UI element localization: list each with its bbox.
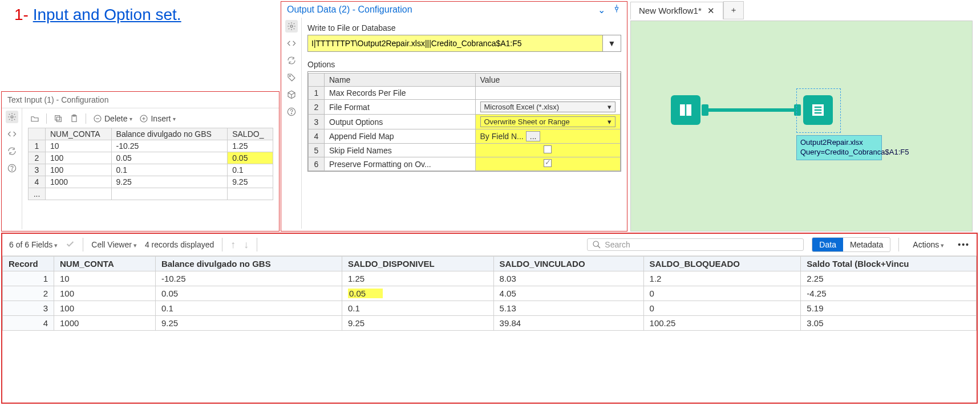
table-row[interactable]: 4 1000 9.25 9.25 — [29, 176, 273, 188]
cell[interactable]: 10 — [54, 271, 156, 286]
cell[interactable]: 100 — [54, 301, 156, 316]
table-row[interactable]: 1 10 -10.25 1.25 8.03 1.2 2.25 — [3, 271, 977, 286]
col-header[interactable]: Balance divulgado no GBS — [111, 128, 228, 140]
cell[interactable]: 100 — [46, 164, 112, 176]
cell[interactable]: 0 — [643, 286, 801, 301]
cell[interactable]: 4.05 — [493, 286, 643, 301]
cell[interactable]: 8.03 — [493, 271, 643, 286]
cell[interactable] — [46, 188, 112, 200]
option-value[interactable]: By Field N...... — [475, 129, 621, 144]
delete-button[interactable]: Delete▾ — [91, 113, 135, 124]
gear-icon[interactable] — [285, 20, 298, 33]
cell[interactable]: 0.05 — [155, 286, 342, 301]
arrow-up-icon[interactable]: ↑ — [230, 239, 236, 251]
cell[interactable]: 0 — [643, 301, 801, 316]
table-row[interactable]: 2 100 0.05 0.05 4.05 0 -4.25 — [3, 286, 977, 301]
col-header[interactable]: NUM_CONTA — [54, 257, 156, 271]
cell[interactable]: 5.19 — [801, 301, 977, 316]
cell[interactable]: 0.05 — [111, 152, 228, 164]
cell[interactable]: 0.05 — [342, 286, 494, 301]
cell[interactable]: 0.05 — [228, 152, 273, 164]
cell[interactable]: 0.1 — [342, 301, 494, 316]
gear-icon[interactable] — [6, 111, 18, 123]
data-tab[interactable]: Data — [812, 238, 843, 251]
cell[interactable]: 100.25 — [643, 316, 801, 331]
option-value[interactable]: Microsoft Excel (*.xlsx)▾ — [475, 100, 621, 115]
search-input[interactable]: Search — [587, 238, 804, 251]
cell[interactable]: 9.25 — [111, 176, 228, 188]
col-header[interactable]: NUM_CONTA — [46, 128, 112, 140]
arrow-down-icon[interactable]: ↓ — [244, 239, 249, 251]
output-data-tool-node[interactable] — [803, 95, 833, 125]
table-row[interactable]: 2 100 0.05 0.05 — [29, 152, 273, 164]
cell[interactable]: -10.25 — [111, 140, 228, 152]
option-value[interactable] — [475, 87, 621, 100]
chevron-down-icon[interactable]: ⌄ — [598, 5, 605, 15]
more-icon[interactable]: ••• — [958, 240, 970, 249]
cell[interactable]: 0.1 — [155, 301, 342, 316]
tool-connector[interactable] — [708, 108, 794, 112]
cell[interactable] — [228, 188, 273, 200]
col-header[interactable]: SALDO_BLOQUEADO — [643, 257, 801, 271]
cell[interactable]: 0.1 — [111, 164, 228, 176]
workflow-canvas[interactable]: Output2Repair.xlsx Query=Credito_Cobranc… — [630, 21, 973, 232]
refresh-icon[interactable] — [285, 54, 298, 67]
col-header[interactable]: Saldo Total (Block+Vincu — [801, 257, 977, 271]
code-icon[interactable] — [6, 128, 18, 140]
insert-button[interactable]: Insert▾ — [137, 113, 178, 124]
paste-icon[interactable] — [67, 113, 81, 124]
check-icon[interactable] — [66, 239, 75, 250]
cell[interactable]: 9.25 — [155, 316, 342, 331]
cube-icon[interactable] — [285, 88, 298, 101]
metadata-tab[interactable]: Metadata — [843, 238, 890, 251]
copy-icon[interactable] — [51, 113, 65, 124]
file-path-dropdown[interactable]: ▼ — [603, 35, 621, 52]
fields-selector[interactable]: 6 of 6 Fields — [9, 240, 58, 249]
text-input-grid[interactable]: NUM_CONTA Balance divulgado no GBS SALDO… — [28, 128, 273, 200]
cell[interactable]: 39.84 — [493, 316, 643, 331]
new-tab-button[interactable]: ＋ — [723, 1, 744, 19]
cell[interactable]: 9.25 — [228, 176, 273, 188]
cell[interactable]: -4.25 — [801, 286, 977, 301]
cell[interactable]: 5.13 — [493, 301, 643, 316]
cell[interactable]: 1000 — [54, 316, 156, 331]
col-header[interactable]: SALDO_DISPONIVEL — [342, 257, 494, 271]
ellipsis-button[interactable]: ... — [526, 131, 541, 141]
cell[interactable]: 1.2 — [643, 271, 801, 286]
text-input-tool-node[interactable] — [671, 95, 700, 125]
cell[interactable]: 0.1 — [228, 164, 273, 176]
cell[interactable] — [111, 188, 228, 200]
col-header[interactable]: SALDO_VINCULADO — [493, 257, 643, 271]
cell[interactable]: -10.25 — [155, 271, 342, 286]
option-value[interactable] — [475, 144, 621, 157]
actions-menu[interactable]: Actions — [907, 238, 950, 251]
cell[interactable]: 1.25 — [228, 140, 273, 152]
table-row[interactable]: 3 100 0.1 0.1 5.13 0 5.19 — [3, 301, 977, 316]
cell[interactable]: 2.25 — [801, 271, 977, 286]
help-icon[interactable] — [285, 105, 298, 118]
table-row-empty[interactable]: ... — [29, 188, 273, 200]
workflow-tab[interactable]: New Workflow1* ✕ — [630, 2, 723, 19]
cell-viewer-selector[interactable]: Cell Viewer — [91, 240, 137, 249]
cell[interactable]: 10 — [46, 140, 112, 152]
preserve-formatting-checkbox[interactable] — [544, 159, 552, 167]
close-icon[interactable]: ✕ — [707, 6, 715, 16]
pin-icon[interactable] — [612, 4, 621, 15]
cell[interactable]: 1000 — [46, 176, 112, 188]
table-row[interactable]: 4 1000 9.25 9.25 39.84 100.25 3.05 — [3, 316, 977, 331]
cell[interactable]: 100 — [46, 152, 112, 164]
help-icon[interactable] — [6, 162, 18, 174]
refresh-icon[interactable] — [6, 145, 18, 157]
cell[interactable]: 100 — [54, 286, 156, 301]
code-icon[interactable] — [285, 37, 298, 50]
cell[interactable]: 1.25 — [342, 271, 494, 286]
col-header[interactable]: SALDO_ — [228, 128, 273, 140]
cell[interactable]: 9.25 — [342, 316, 494, 331]
option-value[interactable] — [475, 157, 621, 171]
output-anchor[interactable] — [702, 104, 708, 116]
col-header[interactable]: Record — [3, 257, 54, 271]
table-row[interactable]: 3 100 0.1 0.1 — [29, 164, 273, 176]
cell[interactable]: 3.05 — [801, 316, 977, 331]
file-path-input[interactable] — [307, 35, 603, 52]
tag-icon[interactable] — [285, 71, 298, 84]
